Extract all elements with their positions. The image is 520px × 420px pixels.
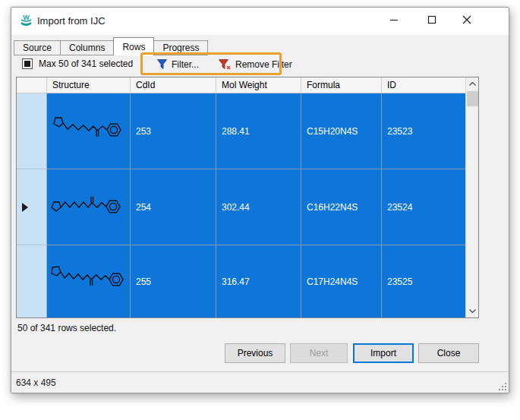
next-button[interactable]: Next — [290, 343, 348, 363]
cdid-cell[interactable]: 255 — [131, 245, 216, 318]
remove-filter-icon — [218, 58, 232, 71]
molecule-drawing — [49, 110, 128, 153]
molecule-drawing — [49, 186, 128, 229]
mol-weight-cell[interactable]: 288.41 — [216, 93, 301, 169]
import-dialog-window: W Import from IJC Source Columns Rows Pr… — [11, 7, 509, 393]
remove-filter-button[interactable]: Remove Filter — [218, 56, 292, 72]
row-selector-cell[interactable] — [17, 93, 47, 169]
checkbox-fill-mark — [24, 61, 30, 67]
tab-rows[interactable]: Rows — [113, 37, 154, 55]
tab-strip: Source Columns Rows Progress — [14, 37, 208, 55]
filter-button-label: Filter... — [172, 59, 199, 70]
app-icon: W — [20, 14, 33, 27]
vertical-scrollbar[interactable] — [465, 77, 478, 317]
selection-status-text: 50 of 341 rows selected. — [17, 323, 116, 333]
chevron-down-icon — [469, 309, 476, 313]
row-selector-cell[interactable] — [17, 245, 47, 318]
tab-progress[interactable]: Progress — [154, 40, 208, 55]
table-row[interactable]: 253 288.41 C15H20N4S 23523 — [17, 93, 466, 169]
col-header-cdid[interactable]: CdId — [131, 77, 216, 93]
max-selected-checkbox[interactable] — [22, 58, 33, 69]
table-header-row: Structure CdId Mol Weight Formula ID — [17, 77, 466, 93]
current-row-arrow-icon — [22, 203, 28, 212]
mol-weight-cell[interactable]: 316.47 — [216, 245, 301, 318]
structure-cell[interactable] — [47, 93, 131, 169]
resize-grip[interactable] — [497, 381, 506, 390]
close-button[interactable]: Close — [418, 343, 479, 363]
structure-cell[interactable] — [47, 245, 131, 318]
tab-columns-label: Columns — [69, 43, 105, 53]
cdid-cell[interactable]: 254 — [131, 169, 216, 245]
window-title: Import from IJC — [37, 15, 106, 27]
cdid-cell[interactable]: 253 — [131, 93, 216, 169]
scroll-up-button[interactable] — [466, 77, 479, 90]
status-bar: 634 x 495 — [11, 371, 509, 393]
col-header-mol-weight[interactable]: Mol Weight — [216, 77, 301, 93]
results-table: Structure CdId Mol Weight Formula ID — [16, 77, 479, 318]
formula-cell[interactable]: C15H20N4S — [301, 93, 382, 169]
id-cell[interactable]: 23525 — [382, 245, 466, 318]
tab-source-label: Source — [23, 43, 52, 53]
table-row[interactable]: 255 316.47 C17H24N4S 23525 — [17, 245, 466, 318]
col-header-id[interactable]: ID — [382, 77, 466, 93]
filter-button[interactable]: Filter... — [156, 56, 199, 72]
molecule-drawing — [49, 261, 128, 303]
remove-filter-button-label: Remove Filter — [235, 59, 292, 70]
formula-cell[interactable]: C16H22N4S — [301, 169, 382, 245]
formula-cell[interactable]: C17H24N4S — [301, 245, 382, 318]
row-selector-cell[interactable] — [17, 169, 47, 245]
close-window-button[interactable] — [452, 8, 482, 32]
tab-columns[interactable]: Columns — [61, 40, 114, 55]
id-cell[interactable]: 23523 — [382, 93, 466, 169]
import-button[interactable]: Import — [353, 343, 414, 363]
window-size-label: 634 x 495 — [16, 377, 56, 388]
scroll-down-button[interactable] — [466, 305, 479, 317]
chevron-up-icon — [469, 82, 476, 86]
table-row[interactable]: 254 302.44 C16H22N4S 23524 — [17, 169, 466, 245]
tab-progress-label: Progress — [162, 43, 199, 53]
mol-weight-cell[interactable]: 302.44 — [216, 169, 301, 245]
svg-text:W: W — [23, 14, 30, 21]
structure-cell[interactable] — [47, 169, 131, 245]
scrollbar-thumb[interactable] — [467, 91, 478, 106]
tab-rows-label: Rows — [122, 42, 145, 52]
id-cell[interactable]: 23524 — [382, 169, 466, 245]
minimize-button[interactable] — [379, 8, 409, 32]
previous-button[interactable]: Previous — [225, 343, 285, 363]
titlebar[interactable]: W Import from IJC — [11, 8, 509, 35]
tab-source[interactable]: Source — [14, 40, 61, 55]
col-header-rowselector[interactable] — [17, 77, 47, 93]
col-header-formula[interactable]: Formula — [301, 77, 382, 93]
maximize-button[interactable] — [417, 8, 447, 32]
max-selected-label: Max 50 of 341 selected — [39, 58, 133, 69]
col-header-structure[interactable]: Structure — [47, 77, 131, 93]
filter-icon — [156, 58, 168, 70]
screen: W Import from IJC Source Columns Rows Pr… — [0, 0, 520, 420]
